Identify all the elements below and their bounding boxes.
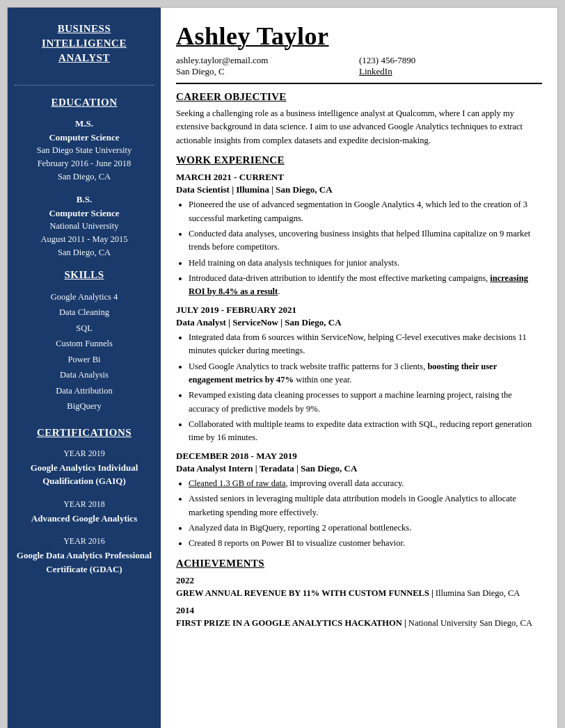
achievement2-text: FIRST PRIZE IN A GOOGLE ANALYTICS HACKAT…: [176, 617, 542, 629]
job1-bullets: Pioneered the use of advanced segmentati…: [189, 198, 542, 299]
candidate-name: Ashley Taylor: [176, 22, 542, 51]
job2-title: Data Analyst | ServiceNow | San Diego, C…: [176, 317, 542, 328]
achievement1-year: 2022: [176, 575, 542, 586]
job1-bullet-3: Held training on data analysis technique…: [189, 257, 542, 270]
edu1-dates: February 2016 - June 2018: [37, 157, 132, 170]
cert3-year: YEAR 2016: [15, 535, 154, 547]
skill-5: Power Bi: [15, 352, 154, 368]
edu2-location: San Diego, CA: [40, 246, 127, 259]
job2-bullet-3: Revamped existing data cleaning processe…: [189, 389, 542, 416]
job3-bullet-4: Created 8 reports on Power BI to visuali…: [189, 537, 542, 550]
phone-number: (123) 456-7890: [359, 55, 542, 66]
job2-bullets: Integrated data from 6 sources within Se…: [189, 331, 542, 445]
header-divider: [176, 83, 542, 84]
cert2-year: YEAR 2018: [31, 498, 137, 510]
email-address: ashley.taylor@email.com: [176, 55, 359, 66]
job3-bullet-2: Assisted seniors in leveraging multiple …: [189, 492, 542, 519]
job3-title: Data Analyst Intern | Teradata | San Die…: [176, 463, 542, 474]
edu1-major: Computer Science: [37, 131, 132, 145]
achievement2-bold: FIRST PRIZE IN A GOOGLE ANALYTICS HACKAT…: [176, 618, 406, 628]
edu1-location: San Diego, CA: [37, 170, 132, 184]
skill-7: Data Attribution: [15, 383, 154, 399]
job1-bullet-4: Introduced data-driven attribution to id…: [189, 272, 542, 299]
edu1-school: San Diego State University: [37, 144, 132, 157]
edu2-school: National University: [40, 220, 127, 233]
job1-bullet-2: Conducted data analyses, uncovering busi…: [189, 227, 542, 254]
job3-bullet-3: Analyzed data in BigQuery, reporting 2 o…: [189, 521, 542, 535]
cert-entry-2: YEAR 2018 Advanced Google Analytics: [31, 498, 137, 526]
job-2: JULY 2019 - FEBRUARY 2021 Data Analyst |…: [176, 305, 542, 445]
achievement2-year: 2014: [176, 605, 542, 616]
career-objective-text: Seeking a challenging role as a business…: [176, 107, 542, 147]
job2-bullet-2: Used Google Analytics to track website t…: [189, 360, 542, 387]
education-section-title: EDUCATION: [51, 97, 117, 108]
education-entry-2: B.S. Computer Science National Universit…: [40, 193, 127, 259]
achievement-2: 2014 FIRST PRIZE IN A GOOGLE ANALYTICS H…: [176, 605, 542, 629]
location: San Diego, C: [176, 66, 359, 77]
job2-bullet-4: Collaborated with multiple teams to expe…: [189, 418, 542, 445]
job-3: DECEMBER 2018 - MAY 2019 Data Analyst In…: [176, 451, 542, 551]
achievement1-bold: GREW ANNUAL REVENUE BY 11% WITH CUSTOM F…: [176, 588, 433, 598]
job1-bullet-1: Pioneered the use of advanced segmentati…: [189, 198, 542, 225]
career-objective-title: CAREER OBJECTIVE: [176, 91, 542, 103]
job3-bullet-1: Cleaned 1.3 GB of raw data, improving ov…: [189, 477, 542, 490]
achievement-1: 2022 GREW ANNUAL REVENUE BY 11% WITH CUS…: [176, 575, 542, 599]
sidebar: BUSINESS INTELLIGENCE ANALYST EDUCATION …: [8, 8, 161, 728]
achievements-title: ACHIEVEMENTS: [176, 558, 542, 569]
cert1-year: YEAR 2019: [15, 447, 154, 460]
job3-bullets: Cleaned 1.3 GB of raw data, improving ov…: [189, 477, 542, 551]
edu1-degree: M.S.: [37, 117, 132, 131]
edu2-major: Computer Science: [40, 207, 127, 220]
achievement2-org: National University San Diego, CA: [406, 618, 532, 628]
job3-dates: DECEMBER 2018 - MAY 2019: [176, 451, 542, 462]
cert3-name: Google Data Analytics Professional Certi…: [15, 549, 154, 576]
linkedin-link[interactable]: LinkedIn: [359, 66, 542, 77]
sidebar-divider-1: [15, 85, 154, 86]
edu2-degree: B.S.: [40, 193, 127, 207]
main-content: Ashley Taylor ashley.taylor@email.com (1…: [161, 8, 557, 728]
achievement1-text: GREW ANNUAL REVENUE BY 11% WITH CUSTOM F…: [176, 587, 542, 599]
job1-dates: MARCH 2021 - CURRENT: [176, 172, 542, 183]
education-entry-1: M.S. Computer Science San Diego State Un…: [37, 117, 132, 183]
achievement1-org: Illumina San Diego, CA: [433, 588, 520, 598]
certifications-section-title: CERTIFICATIONS: [37, 427, 132, 439]
skill-1: Google Analytics 4: [15, 289, 154, 305]
skill-6: Data Analysis: [15, 367, 154, 383]
cert1-name: Google Analytics Individual Qualificatio…: [15, 461, 154, 488]
edu2-dates: August 2011 - May 2015: [40, 233, 127, 246]
job-1: MARCH 2021 - CURRENT Data Scientist | Il…: [176, 172, 542, 299]
skill-8: BigQuery: [15, 398, 154, 414]
work-experience-title: WORK EXPERIENCE: [176, 154, 542, 166]
skill-3: SQL: [15, 321, 154, 337]
contact-info: ashley.taylor@email.com (123) 456-7890 S…: [176, 55, 542, 77]
job2-dates: JULY 2019 - FEBRUARY 2021: [176, 305, 542, 316]
skills-list: Google Analytics 4 Data Cleaning SQL Cus…: [15, 289, 154, 414]
skill-4: Custom Funnels: [15, 336, 154, 352]
cert2-name: Advanced Google Analytics: [31, 512, 137, 526]
sidebar-job-title: BUSINESS INTELLIGENCE ANALYST: [42, 22, 127, 65]
job2-bullet-1: Integrated data from 6 sources within Se…: [189, 331, 542, 358]
skill-2: Data Cleaning: [15, 305, 154, 321]
cert-entry-1: YEAR 2019 Google Analytics Individual Qu…: [15, 447, 154, 488]
job1-title: Data Scientist | Illumina | San Diego, C…: [176, 184, 542, 195]
skills-section-title: SKILLS: [64, 269, 104, 281]
resume-container: BUSINESS INTELLIGENCE ANALYST EDUCATION …: [7, 7, 558, 728]
cert-entry-3: YEAR 2016 Google Data Analytics Professi…: [15, 535, 154, 576]
